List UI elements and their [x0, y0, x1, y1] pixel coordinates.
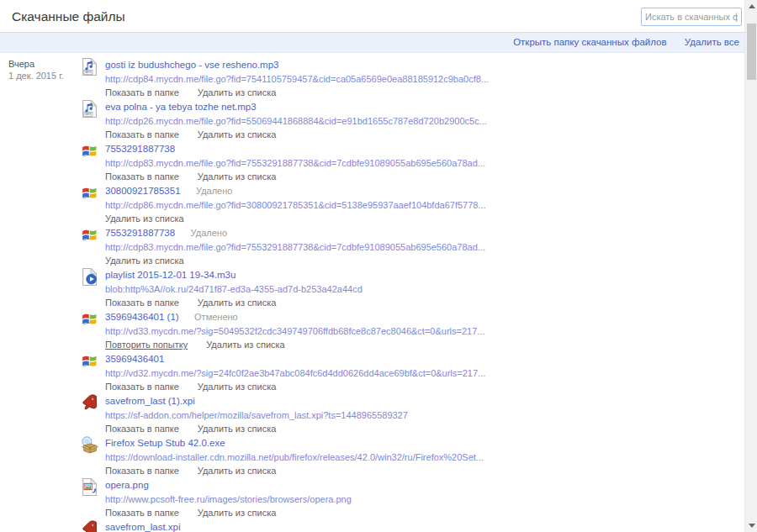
windows-app-icon [80, 183, 99, 203]
search-input[interactable] [641, 8, 742, 26]
item-actions: Показать в папкеУдалить из списка [105, 508, 744, 518]
file-name-link[interactable]: 35969436401 [105, 354, 164, 364]
downloads-toolbar: Открыть папку скачанных файлов Удалить в… [0, 33, 744, 53]
mp3-file-icon: MP3 [80, 57, 99, 76]
file-name-link[interactable]: 7553291887738 [105, 228, 175, 238]
file-url-link[interactable]: http://cdp26.mycdn.me/file.go?fid=550694… [105, 116, 744, 126]
download-item: Firefox Setup Stub 42.0.exe https://down… [105, 435, 744, 477]
file-url-link[interactable]: https://download-installer.cdn.mozilla.n… [105, 452, 744, 462]
show-in-folder-link[interactable]: Показать в папке [105, 382, 179, 392]
download-status: Удалено [196, 186, 232, 196]
playlist-file-icon [80, 267, 99, 287]
file-name-link[interactable]: Firefox Setup Stub 42.0.exe [105, 438, 225, 448]
file-url-link[interactable]: http://cdp83.mycdn.me/file.go?fid=755329… [105, 242, 744, 252]
download-item: 35969436401 http://vd32.mycdn.me/?sig=24… [105, 350, 744, 392]
file-url-link[interactable]: https://sf-addon.com/helper/mozilla/save… [105, 410, 744, 420]
item-actions: Удалить из списка [105, 213, 744, 224]
page-title: Скачанные файлы [12, 9, 125, 24]
svg-text:MP3: MP3 [85, 113, 91, 116]
scrollbar[interactable] [744, 0, 757, 532]
item-actions: Показать в папкеУдалить из списка [105, 382, 744, 392]
file-url-link[interactable]: http://cdp84.mycdn.me/file.go?fid=754110… [105, 74, 744, 84]
remove-from-list-link[interactable]: Удалить из списка [198, 508, 277, 518]
show-in-folder-link[interactable]: Показать в папке [105, 87, 179, 97]
file-name-link[interactable]: 35969436401 (1) [105, 312, 179, 322]
download-item: 7553291887738 http://cdp83.mycdn.me/file… [105, 140, 744, 182]
download-item: MP3 eva polna - ya tebya tozhe net.mp3 h… [105, 98, 744, 140]
scroll-up-arrow[interactable] [745, 0, 757, 13]
remove-from-list-link[interactable]: Удалить из списка [198, 382, 277, 392]
windows-app-icon [80, 225, 99, 245]
date-absolute-label: 1 дек. 2015 г. [8, 70, 64, 82]
date-relative-label: Вчера [8, 58, 64, 70]
file-name-link[interactable]: savefrom_last.xpi [105, 522, 180, 532]
item-actions: Показать в папкеУдалить из списка [105, 129, 744, 140]
remove-from-list-link[interactable]: Удалить из списка [198, 129, 277, 140]
file-name-link[interactable]: playlist 2015-12-01 19-34.m3u [105, 270, 236, 280]
file-url-link[interactable]: http://vd33.mycdn.me/?sig=5049532f2cdc34… [105, 326, 744, 336]
download-status: Удалено [191, 228, 227, 238]
firefox-addon-icon [80, 393, 99, 413]
windows-app-icon [80, 141, 99, 161]
items-container: MP3 gosti iz budushchego - vse resheno.m… [105, 56, 744, 532]
remove-from-list-link[interactable]: Удалить из списка [198, 298, 277, 308]
remove-from-list-link[interactable]: Удалить из списка [198, 424, 277, 434]
file-name-link[interactable]: 30800921785351 [105, 186, 181, 196]
page-header: Скачанные файлы [0, 0, 744, 33]
item-actions: Показать в папкеУдалить из списка [105, 298, 744, 308]
file-url-link[interactable]: blob:http%3A//ok.ru/24d71f87-ed3a-4355-a… [105, 284, 744, 294]
file-url-link[interactable]: http://cdp83.mycdn.me/file.go?fid=755329… [105, 158, 744, 168]
clear-all-link[interactable]: Удалить все [685, 37, 739, 47]
file-url-link[interactable]: http://www.pcsoft-free.ru/images/stories… [105, 494, 744, 504]
windows-app-icon [80, 309, 99, 329]
downloads-page: Скачанные файлы Открыть папку скачанных … [0, 0, 744, 532]
download-item: opera.png http://www.pcsoft-free.ru/imag… [105, 477, 744, 519]
download-item: playlist 2015-12-01 19-34.m3u blob:http%… [105, 266, 744, 308]
date-group-header: Вчера 1 дек. 2015 г. [8, 58, 64, 82]
download-item: 7553291887738 Удалено http://cdp83.mycdn… [105, 224, 744, 266]
download-item: MP3 gosti iz budushchego - vse resheno.m… [105, 56, 744, 98]
file-url-link[interactable]: http://vd32.mycdn.me/?sig=24fc0f2ae3b47a… [105, 368, 744, 378]
show-in-folder-link[interactable]: Показать в папке [105, 298, 179, 308]
download-item: 35969436401 (1) Отменено http://vd33.myc… [105, 308, 744, 350]
open-downloads-folder-link[interactable]: Открыть папку скачанных файлов [513, 37, 666, 47]
download-item: savefrom_last.xpi https://sf-addon.com/h… [105, 519, 744, 532]
item-actions: Повторить попыткуУдалить из списка [105, 340, 744, 350]
file-url-link[interactable]: http://cdp86.mycdn.me/file.go?fid=308009… [105, 200, 744, 210]
file-name-link[interactable]: 7553291887738 [105, 144, 175, 154]
item-actions: Показать в папкеУдалить из списка [105, 87, 744, 97]
show-in-folder-link[interactable]: Показать в папке [105, 129, 179, 140]
scroll-thumb[interactable] [747, 24, 756, 80]
item-actions: Показать в папкеУдалить из списка [105, 466, 744, 476]
downloads-list: Вчера 1 дек. 2015 г. MP3 gosti iz budush… [0, 53, 744, 532]
remove-from-list-link[interactable]: Удалить из списка [198, 171, 277, 182]
item-actions: Удалить из списка [105, 255, 744, 266]
download-item: 30800921785351 Удалено http://cdp86.mycd… [105, 182, 744, 224]
installer-exe-icon [80, 435, 99, 455]
remove-from-list-link[interactable]: Удалить из списка [105, 213, 184, 224]
show-in-folder-link[interactable]: Показать в папке [105, 424, 179, 434]
file-name-link[interactable]: opera.png [105, 480, 149, 490]
download-status: Отменено [194, 312, 238, 322]
file-name-link[interactable]: savefrom_last (1).xpi [105, 396, 195, 406]
item-actions: Показать в папкеУдалить из списка [105, 424, 744, 434]
image-file-icon [80, 477, 99, 497]
remove-from-list-link[interactable]: Удалить из списка [206, 340, 285, 350]
file-name-link[interactable]: gosti iz budushchego - vse resheno.mp3 [105, 60, 278, 70]
show-in-folder-link[interactable]: Показать в папке [105, 508, 179, 518]
scroll-down-arrow[interactable] [745, 519, 757, 532]
show-in-folder-link[interactable]: Показать в папке [105, 466, 179, 476]
firefox-addon-icon [80, 519, 99, 532]
remove-from-list-link[interactable]: Удалить из списка [198, 466, 277, 476]
show-in-folder-link[interactable]: Показать в папке [105, 171, 179, 182]
remove-from-list-link[interactable]: Удалить из списка [198, 87, 277, 97]
remove-from-list-link[interactable]: Удалить из списка [105, 255, 184, 266]
mp3-file-icon: MP3 [80, 99, 99, 119]
item-actions: Показать в папкеУдалить из списка [105, 171, 744, 182]
file-name-link[interactable]: eva polna - ya tebya tozhe net.mp3 [105, 102, 257, 112]
windows-app-icon [80, 351, 99, 371]
retry-link[interactable]: Повторить попытку [105, 340, 188, 350]
svg-text:MP3: MP3 [85, 71, 91, 74]
download-item: savefrom_last (1).xpi https://sf-addon.c… [105, 392, 744, 435]
